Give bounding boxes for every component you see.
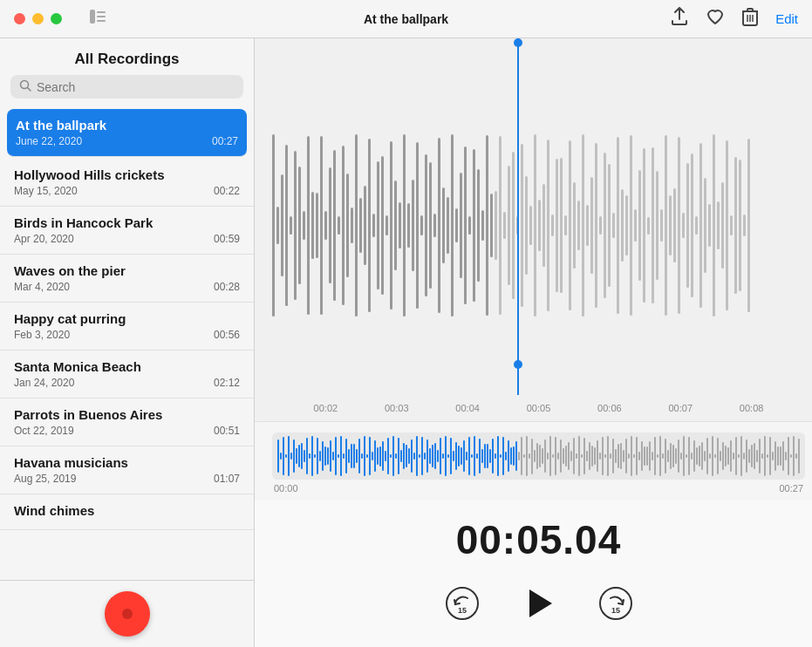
time-tick-6: 00:08 (740, 403, 764, 413)
mini-bar-163 (704, 451, 706, 461)
mini-bar-107 (557, 453, 559, 460)
waveform-bar-85 (643, 148, 645, 303)
delete-icon[interactable] (742, 7, 758, 31)
waveform-bar-98 (699, 143, 702, 309)
waveform-bar-81 (625, 195, 628, 256)
waveform-bar-44 (464, 146, 467, 304)
mini-bar-132 (623, 450, 624, 463)
waveform-bar-45 (468, 216, 471, 234)
recording-meta-7: Aug 25, 2019 01:07 (14, 473, 240, 485)
recording-meta-6: Oct 22, 2019 00:51 (14, 425, 240, 437)
mini-bar-171 (725, 446, 727, 467)
close-button[interactable] (14, 13, 25, 24)
recording-item-7[interactable]: Havana musicians Aug 25, 2019 01:07 (0, 446, 254, 494)
mini-bar-96 (529, 453, 530, 459)
waveform-bar-88 (656, 171, 658, 280)
waveform-bar-72 (586, 205, 589, 246)
mini-bar-196 (790, 454, 792, 458)
mini-bar-9 (301, 443, 303, 470)
mini-bar-53 (416, 436, 418, 475)
recording-item-3[interactable]: Waves on the pier Mar 4, 2020 00:28 (0, 255, 254, 303)
waveform-bar-107 (739, 160, 741, 291)
recording-item-2[interactable]: Birds in Hancock Park Apr 20, 2020 00:59 (0, 207, 254, 255)
waveform-bar-22 (368, 139, 371, 313)
recording-item-6[interactable]: Parrots in Buenos Aires Oct 22, 2019 00:… (0, 398, 254, 446)
recording-duration-7: 01:07 (214, 473, 240, 485)
waveform-bar-27 (390, 141, 392, 310)
mini-bar-42 (387, 438, 389, 475)
svg-line-10 (28, 88, 31, 92)
waveform-bar-70 (577, 201, 580, 250)
mini-bar-128 (612, 439, 614, 473)
recording-name-6: Parrots in Buenos Aires (14, 407, 240, 422)
skip-back-button[interactable]: 15 (443, 584, 481, 623)
mini-bar-126 (607, 436, 609, 475)
skip-forward-button[interactable]: 15 (597, 584, 635, 623)
waveform-bar-67 (564, 215, 567, 236)
recording-item-0[interactable]: At the ballpark June 22, 2020 00:27 (7, 109, 247, 157)
main-waveform[interactable]: 00:0200:0300:0400:0500:0600:0700:08 (255, 38, 812, 421)
waveform-bar-18 (351, 208, 353, 244)
share-icon[interactable] (671, 7, 688, 31)
mini-waveform[interactable] (272, 432, 805, 480)
record-button[interactable] (105, 591, 150, 637)
mini-bar-140 (644, 446, 645, 465)
mini-bar-183 (756, 450, 758, 463)
mini-bar-108 (560, 439, 562, 472)
recording-date-0: June 22, 2020 (16, 135, 82, 147)
edit-button[interactable]: Edit (775, 11, 798, 26)
waveform-bar-66 (560, 158, 563, 293)
waveform-bar-57 (521, 144, 523, 307)
favorite-icon[interactable] (706, 8, 725, 30)
recording-meta-4: Feb 3, 2020 00:56 (14, 329, 240, 341)
waveform-bar-65 (556, 159, 558, 291)
titlebar-actions: Edit (671, 7, 798, 31)
svg-text:15: 15 (457, 606, 466, 615)
play-button[interactable] (516, 581, 562, 626)
recording-item-4[interactable]: Happy cat purring Feb 3, 2020 00:56 (0, 303, 254, 351)
mini-bar-117 (583, 438, 585, 474)
waveform-bar-91 (669, 195, 672, 255)
search-input[interactable] (37, 80, 235, 94)
mini-bar-14 (314, 454, 316, 459)
recording-date-6: Oct 22, 2019 (14, 425, 74, 437)
mini-bar-122 (597, 440, 598, 472)
mini-bar-33 (364, 436, 365, 476)
mini-bar-180 (748, 449, 750, 464)
mini-bar-7 (296, 448, 297, 464)
waveform-bar-13 (329, 167, 331, 283)
mini-bar-139 (641, 441, 643, 472)
mini-bar-151 (672, 445, 674, 468)
mini-bar-186 (764, 436, 766, 476)
waveform-bar-37 (433, 214, 436, 238)
waveform-bar-53 (503, 212, 506, 239)
recording-name-0: At the ballpark (16, 118, 238, 133)
waveform-bar-11 (320, 136, 323, 316)
recording-item-1[interactable]: Hollywood Hills crickets May 15, 2020 00… (0, 159, 254, 207)
mini-bar-16 (319, 451, 321, 460)
svg-text:15: 15 (611, 606, 619, 615)
mini-bar-70 (461, 447, 462, 465)
mini-bar-100 (539, 445, 541, 467)
sidebar-toggle-icon[interactable] (90, 10, 106, 28)
waveform-bar-28 (394, 180, 397, 270)
recording-name-8: Wind chimes (14, 503, 240, 518)
waveform-bar-42 (455, 208, 458, 243)
mini-bar-84 (497, 436, 499, 476)
titlebar: At the ballpark Edit (0, 0, 812, 38)
maximize-button[interactable] (51, 13, 62, 24)
mini-bar-97 (531, 439, 533, 474)
mini-bar-48 (403, 443, 405, 470)
mini-bar-184 (759, 439, 761, 474)
mini-bar-63 (442, 453, 444, 458)
time-tick-0: 00:02 (314, 403, 338, 413)
minimize-button[interactable] (32, 13, 44, 24)
waveform-bar-7 (303, 211, 305, 240)
mini-bar-68 (455, 442, 457, 471)
recording-item-5[interactable]: Santa Monica Beach Jan 24, 2020 02:12 (0, 351, 254, 398)
mini-bar-116 (581, 454, 583, 459)
mini-bar-167 (714, 454, 716, 459)
mini-bar-113 (573, 438, 575, 474)
recording-item-8[interactable]: Wind chimes (0, 494, 254, 530)
sidebar-title: All Recordings (0, 38, 254, 75)
